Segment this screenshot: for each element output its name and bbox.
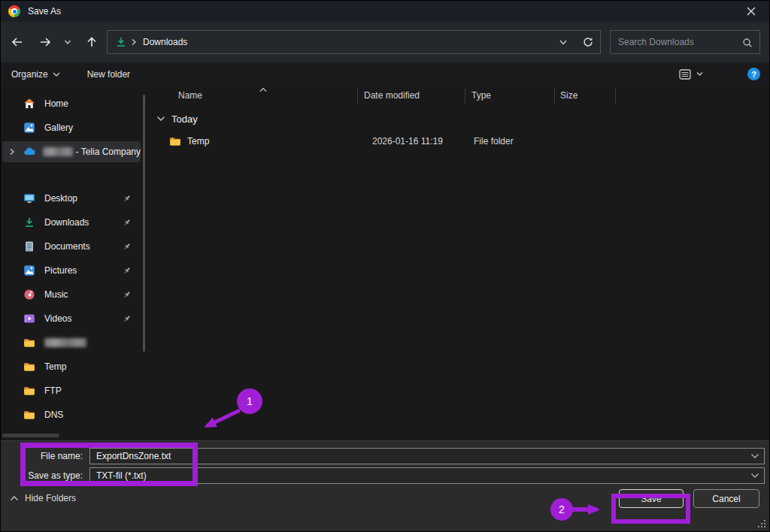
new-folder-label: New folder <box>87 69 130 80</box>
pin-icon <box>122 218 132 228</box>
file-name-cell: Temp <box>187 136 209 147</box>
column-header-type[interactable]: Type <box>471 86 491 106</box>
up-icon[interactable] <box>81 32 102 53</box>
sidebar-horizontal-scrollbar[interactable] <box>2 434 59 437</box>
breadcrumb-chevron-icon <box>130 38 138 46</box>
sidebar-item-videos[interactable]: Videos <box>2 308 141 329</box>
pin-icon <box>122 266 132 276</box>
folder-icon <box>23 337 35 349</box>
list-view-icon <box>678 68 692 80</box>
chrome-icon <box>8 5 20 17</box>
forward-icon[interactable] <box>35 32 56 53</box>
sidebar-item-downloads[interactable]: Downloads <box>2 212 141 233</box>
onedrive-cloud-icon <box>23 146 35 158</box>
column-header-date-modified[interactable]: Date modified <box>364 86 420 106</box>
sidebar-vertical-scrollbar[interactable] <box>143 95 145 352</box>
downloads-location-icon <box>115 36 127 48</box>
sidebar-item-label: Temp <box>44 361 66 372</box>
view-options-button[interactable] <box>678 68 703 80</box>
music-icon <box>23 289 35 301</box>
column-header-name[interactable]: Name <box>178 86 202 106</box>
save-button[interactable]: Save <box>619 489 684 508</box>
column-header-size[interactable]: Size <box>560 86 578 106</box>
sidebar-item-temp[interactable]: Temp <box>2 356 141 377</box>
new-folder-button[interactable]: New folder <box>87 69 130 80</box>
save-as-type-select[interactable] <box>89 467 765 484</box>
chevron-down-icon <box>696 71 703 77</box>
sidebar-item-label: Gallery <box>44 122 73 133</box>
expand-chevron-icon[interactable] <box>8 147 16 156</box>
sidebar-item-label: Downloads <box>44 217 89 228</box>
chevron-down-icon <box>53 71 60 77</box>
sidebar-item-dns[interactable]: DNS <box>2 404 141 425</box>
sidebar-item-label: DNS <box>44 410 63 420</box>
sidebar-item-redacted-folder[interactable] <box>2 332 141 353</box>
dialog-footer: File name: Save as type: Hide Folders <box>1 440 769 531</box>
sidebar-item-label: Home <box>44 98 68 109</box>
sidebar-item-label: Music <box>44 289 68 300</box>
search-box[interactable] <box>610 30 760 54</box>
folder-icon <box>23 361 35 373</box>
home-icon <box>23 98 35 110</box>
organize-button[interactable]: Organize <box>11 69 60 80</box>
downloads-icon <box>23 216 35 228</box>
sidebar-item-gallery[interactable]: Gallery <box>2 117 141 138</box>
redacted-folder-name <box>44 338 86 347</box>
address-dropdown-chevron-icon[interactable] <box>558 37 568 47</box>
title-bar: Save As <box>1 1 769 22</box>
documents-icon <box>23 240 35 252</box>
file-name-label: File name: <box>1 451 89 461</box>
address-bar[interactable]: Downloads <box>107 30 601 54</box>
group-header-today[interactable]: Today <box>156 109 198 128</box>
help-icon[interactable]: ? <box>747 68 760 80</box>
sidebar-item-music[interactable]: Music <box>2 284 141 305</box>
sidebar-item-onedrive[interactable]: - Telia Company <box>2 141 141 162</box>
refresh-icon[interactable] <box>582 36 594 48</box>
sidebar-item-documents[interactable]: Documents <box>2 236 141 257</box>
pin-icon <box>122 242 132 252</box>
search-input[interactable] <box>611 31 759 53</box>
sort-ascending-icon <box>259 87 268 92</box>
folder-icon <box>23 385 35 397</box>
hide-folders-button[interactable]: Hide Folders <box>10 489 76 507</box>
resize-grip[interactable] <box>757 519 766 528</box>
pin-icon <box>122 194 132 204</box>
window-title: Save As <box>28 6 61 17</box>
sidebar-item-desktop[interactable]: Desktop <box>2 188 141 209</box>
sidebar-item-ftp[interactable]: FTP <box>2 380 141 401</box>
sidebar-item-home[interactable]: Home <box>2 93 141 114</box>
videos-icon <box>23 313 35 325</box>
sidebar-item-label: Desktop <box>44 193 77 204</box>
type-cell: File folder <box>474 136 514 147</box>
folder-icon <box>23 409 35 421</box>
sidebar-item-label: FTP <box>44 385 62 396</box>
close-icon[interactable] <box>736 1 766 22</box>
date-modified-cell: 2026-01-16 11:19 <box>372 136 443 147</box>
group-collapse-chevron-icon[interactable] <box>156 116 165 122</box>
recent-locations-chevron-icon[interactable] <box>59 32 77 53</box>
navigation-bar: Downloads <box>1 22 769 62</box>
search-icon[interactable] <box>741 37 753 49</box>
sidebar-item-pictures[interactable]: Pictures <box>2 260 141 281</box>
back-icon[interactable] <box>7 32 28 53</box>
save-as-type-label: Save as type: <box>1 470 89 481</box>
cancel-button[interactable]: Cancel <box>693 489 759 508</box>
sidebar-item-label: Pictures <box>44 265 77 276</box>
hide-folders-label: Hide Folders <box>25 493 76 503</box>
redacted-account-name <box>43 147 73 156</box>
file-name-input[interactable] <box>89 448 765 464</box>
content-area: Home Gallery - Telia Company <box>1 86 769 440</box>
group-label: Today <box>171 113 198 125</box>
pin-icon <box>122 290 132 300</box>
chevron-up-icon <box>10 495 19 501</box>
save-as-dialog: Save As Downloads <box>0 0 770 532</box>
file-row-temp[interactable]: Temp 2026-01-16 11:19 File folder <box>146 131 763 151</box>
pictures-icon <box>23 264 35 277</box>
desktop-icon <box>23 192 35 204</box>
organize-label: Organize <box>11 69 48 80</box>
gallery-icon <box>23 122 35 134</box>
sidebar-item-label: Videos <box>44 313 71 324</box>
navigation-pane: Home Gallery - Telia Company <box>1 86 146 440</box>
breadcrumb[interactable]: Downloads <box>143 37 187 47</box>
sidebar-item-label: Documents <box>44 241 90 252</box>
